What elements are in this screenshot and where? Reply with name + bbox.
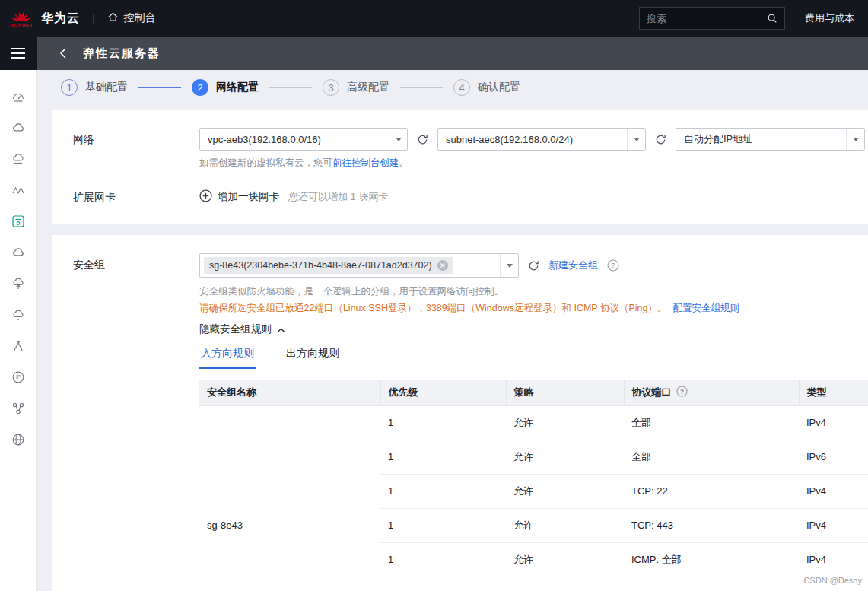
zigzag-icon[interactable] bbox=[10, 182, 27, 199]
step-4-label: 确认配置 bbox=[478, 81, 520, 94]
refresh-sg-icon[interactable] bbox=[528, 260, 539, 272]
step-4-number: 4 bbox=[453, 79, 470, 96]
cell-type: IPv4 bbox=[799, 474, 868, 508]
table-row: sg-8e43 1 允许 全部 IPv4 bbox=[199, 405, 868, 440]
protocol-help-icon[interactable]: ? bbox=[676, 386, 688, 399]
cell-type: IPv4 bbox=[799, 508, 868, 542]
rule-direction-tabs: 入方向规则 出方向规则 bbox=[199, 342, 868, 369]
ecs-server-icon[interactable] bbox=[10, 213, 27, 230]
cloud-icon[interactable] bbox=[10, 119, 27, 136]
globe-icon[interactable] bbox=[10, 431, 27, 448]
hide-sg-rules-toggle[interactable]: 隐藏安全组规则 bbox=[199, 323, 285, 336]
console-label: 控制台 bbox=[124, 11, 156, 25]
create-vpc-link[interactable]: 前往控制台创建 bbox=[332, 157, 399, 168]
chevron-down-icon bbox=[846, 129, 864, 150]
search-input[interactable] bbox=[647, 13, 767, 24]
step-2-network-config[interactable]: 2 网络配置 bbox=[192, 79, 259, 96]
add-nic-button[interactable]: 增加一块网卡 bbox=[199, 189, 279, 205]
flask-icon[interactable] bbox=[10, 338, 27, 354]
create-sg-link[interactable]: 新建安全组 bbox=[548, 259, 598, 272]
sg-help-icon[interactable]: ? bbox=[607, 259, 619, 272]
network-card: 网络 vpc-aeb3(192.168.0.0/16) subnet-aec8(… bbox=[52, 110, 868, 224]
chevron-down-icon bbox=[389, 129, 407, 150]
service-sidebar: IP bbox=[0, 70, 37, 591]
step-3-number: 3 bbox=[323, 79, 339, 96]
cell-protocol: TCP: 22 bbox=[624, 474, 799, 508]
cell-policy: 允许 bbox=[506, 405, 624, 440]
subbar: 弹性云服务器 bbox=[0, 37, 868, 70]
ip-assign-select-value: 自动分配IP地址 bbox=[684, 132, 752, 146]
topbar: HUAWEI 华为云 | 控制台 费用与成本 bbox=[0, 0, 868, 37]
svg-text:IP: IP bbox=[15, 374, 20, 380]
col-policy: 策略 bbox=[506, 380, 624, 405]
nic-remaining-hint: 您还可以增加 1 块网卡 bbox=[288, 190, 388, 204]
cell-priority: 1 bbox=[380, 542, 506, 577]
col-priority: 优先级 bbox=[380, 380, 506, 405]
extend-nic-label: 扩展网卡 bbox=[52, 189, 199, 205]
main-content: 1 基础配置 2 网络配置 3 高级配置 4 确认配置 bbox=[37, 70, 868, 591]
watermark: CSDN @Desny bbox=[803, 576, 862, 585]
plus-circle-icon bbox=[199, 189, 212, 205]
cloud-upload-icon[interactable] bbox=[10, 275, 27, 292]
huawei-logo[interactable]: HUAWEI bbox=[8, 9, 35, 27]
selected-sg-tag: sg-8e43(2304bebe-371b-4b48-8ae7-0871ad2d… bbox=[204, 257, 453, 274]
console-link[interactable]: 控制台 bbox=[107, 11, 156, 25]
remove-sg-icon[interactable] bbox=[437, 260, 448, 271]
sg-description: 安全组类似防火墙功能，是一个逻辑上的分组，用于设置网络访问控制。 bbox=[199, 285, 868, 298]
ip-badge-icon[interactable]: IP bbox=[10, 369, 27, 386]
dashboard-icon[interactable] bbox=[10, 88, 27, 105]
network-label: 网络 bbox=[52, 128, 199, 151]
step-connector bbox=[138, 87, 181, 88]
brand-huaweicloud[interactable]: 华为云 bbox=[41, 11, 80, 27]
chevron-down-icon bbox=[627, 129, 645, 150]
vpc-hint: 如需创建新的虚拟私有云，您可前往控制台创建。 bbox=[199, 157, 868, 170]
col-sg-name: 安全组名称 bbox=[199, 380, 380, 405]
search-box[interactable] bbox=[639, 7, 785, 30]
step-connector bbox=[400, 87, 443, 88]
tab-outbound-rules[interactable]: 出方向规则 bbox=[285, 342, 341, 369]
huawei-cloud-console: HUAWEI 华为云 | 控制台 费用与成本 弹性云服务器 bbox=[0, 0, 868, 591]
step-3-label: 高级配置 bbox=[347, 81, 389, 94]
topbar-divider: | bbox=[92, 12, 95, 24]
cloud-outline-icon[interactable] bbox=[10, 244, 27, 261]
step-connector bbox=[269, 87, 312, 88]
step-1-basic-config[interactable]: 1 基础配置 bbox=[61, 79, 128, 96]
back-button[interactable] bbox=[59, 48, 66, 59]
subnet-select[interactable]: subnet-aec8(192.168.0.0/24) bbox=[437, 128, 646, 151]
table-header-row: 安全组名称 优先级 策略 协议端口 ? bbox=[199, 380, 868, 405]
svg-text:?: ? bbox=[611, 262, 615, 269]
hide-sg-rules-label: 隐藏安全组规则 bbox=[199, 323, 272, 336]
refresh-vpc-icon[interactable] bbox=[417, 134, 428, 145]
vpc-select-value: vpc-aeb3(192.168.0.0/16) bbox=[208, 134, 321, 145]
step-1-number: 1 bbox=[61, 79, 78, 96]
huawei-flower-icon bbox=[11, 9, 32, 22]
hamburger-menu-button[interactable] bbox=[0, 37, 37, 70]
nodes-icon[interactable] bbox=[10, 400, 27, 417]
vpc-hint-suffix: 。 bbox=[399, 157, 409, 168]
col-protocol-label: 协议端口 bbox=[632, 386, 672, 399]
search-icon[interactable] bbox=[767, 13, 777, 24]
step-3-advanced-config: 3 高级配置 bbox=[323, 79, 389, 96]
svg-text:?: ? bbox=[679, 387, 683, 395]
tab-inbound-rules[interactable]: 入方向规则 bbox=[199, 342, 256, 369]
cloud-dot-icon[interactable] bbox=[10, 307, 27, 323]
page-title: 弹性云服务器 bbox=[83, 46, 161, 61]
cell-protocol: TCP: 443 bbox=[624, 508, 799, 542]
configure-sg-rules-link[interactable]: 配置安全组规则 bbox=[672, 303, 739, 313]
sg-name-cell: sg-8e43 bbox=[199, 405, 380, 577]
cell-type: IPv4 bbox=[799, 405, 868, 440]
sg-rules-table: 安全组名称 优先级 策略 协议端口 ? bbox=[199, 380, 868, 577]
huawei-logo-text: HUAWEI bbox=[10, 23, 33, 27]
ip-assign-select[interactable]: 自动分配IP地址 bbox=[676, 128, 865, 151]
add-nic-label: 增加一块网卡 bbox=[218, 190, 279, 204]
col-type: 类型 bbox=[799, 380, 868, 405]
cloud-stack-icon[interactable] bbox=[10, 151, 27, 167]
subnet-select-value: subnet-aec8(192.168.0.0/24) bbox=[446, 134, 573, 145]
page-header: 弹性云服务器 bbox=[37, 37, 868, 70]
selected-sg-name: sg-8e43(2304bebe-371b-4b48-8ae7-0871ad2d… bbox=[209, 260, 432, 271]
refresh-subnet-icon[interactable] bbox=[655, 134, 666, 145]
security-group-select[interactable]: sg-8e43(2304bebe-371b-4b48-8ae7-0871ad2d… bbox=[199, 253, 519, 278]
billing-link[interactable]: 费用与成本 bbox=[805, 11, 854, 25]
vpc-select[interactable]: vpc-aeb3(192.168.0.0/16) bbox=[199, 128, 408, 151]
sg-warning-text: 请确保所选安全组已放通22端口（Linux SSH登录），3389端口（Wind… bbox=[199, 303, 666, 313]
